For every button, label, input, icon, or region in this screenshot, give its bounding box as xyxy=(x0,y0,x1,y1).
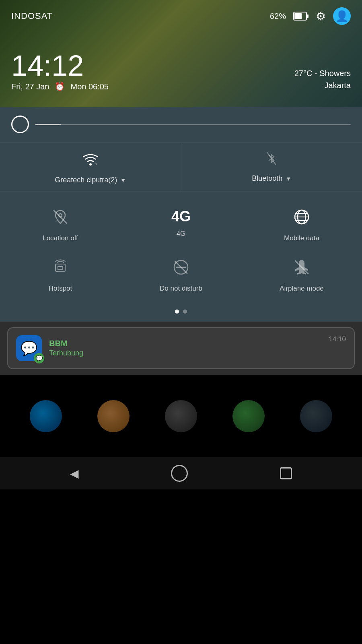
header-wallpaper: INDOSAT 62% ⚙ 👤 14:12 Fri, 27 Jan ⏰ Mon … xyxy=(0,0,362,107)
tile-hotspot[interactable]: Hotspot xyxy=(0,250,121,300)
tile-airplane[interactable]: Airplane mode xyxy=(241,250,362,300)
dock-app-3[interactable] xyxy=(165,400,197,432)
wifi-label: Greatech ciputra(2) ▼ xyxy=(55,176,126,184)
notif-app-name: BBM xyxy=(49,339,321,348)
carrier-text: INDOSAT xyxy=(11,11,270,21)
notif-time: 14:10 xyxy=(329,335,346,343)
dock-app-2[interactable] xyxy=(97,400,130,432)
bluetooth-icon xyxy=(264,151,279,169)
notification-card[interactable]: 💬 💬 BBM Terhubung 14:10 xyxy=(7,327,355,369)
page-dot-1 xyxy=(175,310,179,314)
tile-grid: Location off 4G 4G Mobile data xyxy=(0,192,362,307)
airplane-label: Airplane mode xyxy=(280,285,324,293)
svg-point-3 xyxy=(89,163,92,166)
hotspot-icon xyxy=(51,258,69,280)
alarm-icon: ⏰ xyxy=(55,82,65,91)
dock-app-5[interactable] xyxy=(300,400,332,432)
back-button[interactable]: ◀ xyxy=(70,467,79,480)
brightness-row[interactable] xyxy=(0,116,362,142)
dock-area xyxy=(0,375,362,457)
toggle-row: Greatech ciputra(2) ▼ Bluetooth ▼ xyxy=(0,142,362,192)
battery-icon xyxy=(293,12,309,21)
airplane-icon xyxy=(293,258,311,280)
bluetooth-dropdown-arrow: ▼ xyxy=(286,175,291,182)
page-dots xyxy=(0,307,362,322)
4g-icon: 4G xyxy=(171,208,191,225)
gear-icon[interactable]: ⚙ xyxy=(316,10,326,23)
home-button[interactable] xyxy=(171,465,188,482)
weather-area: 27°C - Showers Jakarta xyxy=(294,67,351,91)
user-avatar-icon[interactable]: 👤 xyxy=(333,7,351,25)
mobile-data-label: Mobile data xyxy=(284,234,319,242)
date-text: Fri, 27 Jan xyxy=(11,82,49,91)
clock-area: 14:12 Fri, 27 Jan ⏰ Mon 06:05 xyxy=(11,51,109,91)
dock-app-1[interactable] xyxy=(30,400,62,432)
4g-label: 4G xyxy=(177,230,186,238)
notif-content: BBM Terhubung xyxy=(49,339,321,357)
notif-message: Terhubung xyxy=(49,349,321,357)
quick-settings-panel: Greatech ciputra(2) ▼ Bluetooth ▼ xyxy=(0,107,362,322)
tile-location[interactable]: Location off xyxy=(0,199,121,250)
mobile-data-icon xyxy=(293,208,311,229)
wifi-toggle[interactable]: Greatech ciputra(2) ▼ xyxy=(0,142,181,192)
battery-text: 62% xyxy=(270,12,286,21)
bluetooth-toggle[interactable]: Bluetooth ▼ xyxy=(181,142,362,192)
clock-time: 14:12 xyxy=(11,51,109,80)
status-right: 62% ⚙ 👤 xyxy=(270,7,351,25)
notif-badge: 💬 xyxy=(34,353,44,363)
dnd-icon xyxy=(172,258,190,280)
location-label: Location off xyxy=(43,234,78,242)
brightness-circle xyxy=(11,116,29,133)
date-row: Fri, 27 Jan ⏰ Mon 06:05 xyxy=(11,82,109,91)
hotspot-label: Hotspot xyxy=(49,285,72,293)
dock-app-4[interactable] xyxy=(232,400,265,432)
location-icon xyxy=(51,208,69,229)
bluetooth-label: Bluetooth ▼ xyxy=(252,174,291,183)
svg-rect-14 xyxy=(58,266,63,269)
tile-dnd[interactable]: Do not disturb xyxy=(121,250,241,300)
notif-app-avatar: 💬 💬 xyxy=(16,335,42,361)
weather-temp: 27°C - Showers xyxy=(294,67,351,79)
svg-rect-1 xyxy=(307,14,309,18)
weather-city: Jakarta xyxy=(294,79,351,91)
nav-bar: ◀ xyxy=(0,457,362,489)
dnd-label: Do not disturb xyxy=(160,285,202,293)
recents-button[interactable] xyxy=(280,467,292,479)
tile-4g[interactable]: 4G 4G xyxy=(121,199,241,250)
brightness-slider[interactable] xyxy=(35,124,351,125)
notification-area: 💬 💬 BBM Terhubung 14:10 xyxy=(0,322,362,375)
tile-mobile-data[interactable]: Mobile data xyxy=(241,199,362,250)
svg-marker-4 xyxy=(95,164,97,165)
page-dot-2 xyxy=(183,310,187,314)
brightness-fill xyxy=(35,124,61,125)
status-bar: INDOSAT 62% ⚙ 👤 xyxy=(0,7,362,25)
svg-rect-13 xyxy=(56,264,65,271)
wifi-dropdown-arrow: ▼ xyxy=(120,177,126,184)
alarm-time: Mon 06:05 xyxy=(70,82,109,91)
svg-rect-2 xyxy=(294,13,302,19)
wifi-icon xyxy=(82,151,99,171)
